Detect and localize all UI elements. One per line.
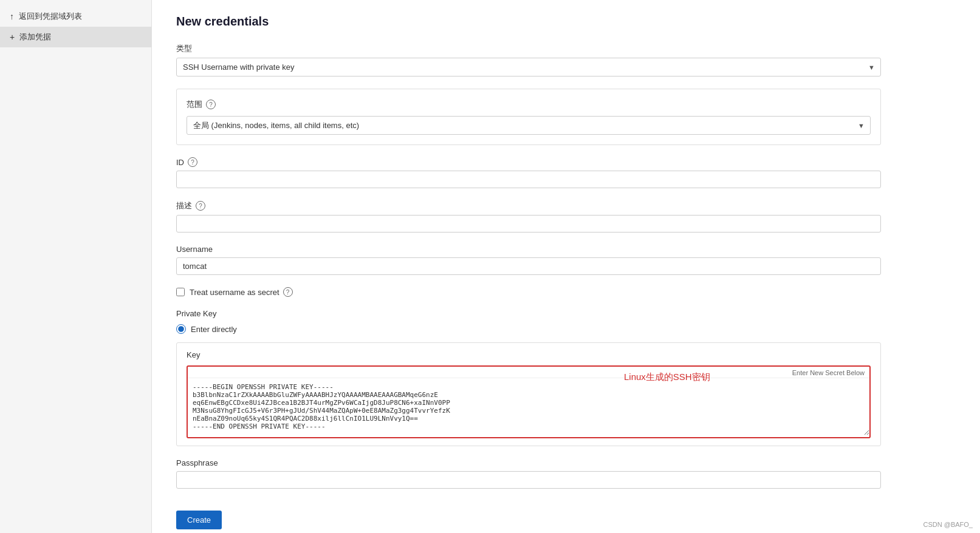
scope-select-wrapper: 全局 (Jenkins, nodes, items, all child ite…: [187, 116, 871, 135]
enter-directly-row: Enter directly: [176, 324, 881, 334]
treat-username-secret-row: Treat username as secret ?: [176, 287, 881, 297]
id-help-icon[interactable]: ?: [188, 157, 197, 167]
passphrase-input[interactable]: [176, 471, 881, 489]
enter-directly-label[interactable]: Enter directly: [191, 325, 237, 334]
key-section: Key Enter New Secret Below -----BEGIN OP…: [176, 342, 881, 446]
annotation-wrapper: Enter New Secret Below -----BEGIN OPENSS…: [187, 365, 871, 438]
treat-username-help-icon[interactable]: ?: [283, 287, 293, 297]
username-input[interactable]: [176, 257, 881, 275]
key-textarea[interactable]: -----BEGIN OPENSSH PRIVATE KEY----- b3Bl…: [188, 378, 869, 435]
type-select-wrapper: SSH Username with private key Username w…: [176, 58, 881, 76]
scope-section: 范围 ? 全局 (Jenkins, nodes, items, all chil…: [176, 89, 881, 145]
id-input[interactable]: [176, 171, 881, 188]
scope-label: 范围 ?: [187, 99, 871, 110]
type-label: 类型: [176, 43, 881, 54]
back-icon: ↑: [10, 12, 14, 21]
private-key-label: Private Key: [176, 309, 881, 318]
description-group: 描述 ?: [176, 200, 881, 233]
sidebar-add-label: 添加凭据: [19, 32, 51, 42]
page-title: New credentials: [176, 15, 956, 29]
footer: CSDN @BAFO_: [923, 521, 973, 528]
passphrase-group: Passphrase: [176, 458, 881, 489]
main-content: New credentials 类型 SSH Username with pri…: [152, 0, 980, 533]
sidebar-add-item[interactable]: + 添加凭据: [0, 27, 151, 47]
scope-help-icon[interactable]: ?: [206, 100, 216, 109]
private-key-group: Private Key Enter directly Key Enter New…: [176, 309, 881, 446]
sidebar-back-label: 返回到凭据域列表: [19, 11, 82, 22]
id-label: ID ?: [176, 157, 881, 167]
type-select[interactable]: SSH Username with private key Username w…: [176, 58, 881, 76]
sidebar: ↑ 返回到凭据域列表 + 添加凭据: [0, 0, 152, 533]
description-help-icon[interactable]: ?: [196, 201, 205, 211]
treat-username-secret-label[interactable]: Treat username as secret ?: [190, 287, 293, 297]
key-textarea-hint: Enter New Secret Below: [188, 367, 869, 378]
username-group: Username: [176, 245, 881, 275]
credentials-form: 类型 SSH Username with private key Usernam…: [176, 43, 881, 529]
passphrase-label: Passphrase: [176, 458, 881, 467]
key-section-label: Key: [187, 350, 871, 359]
scope-select[interactable]: 全局 (Jenkins, nodes, items, all child ite…: [187, 116, 871, 135]
sidebar-back-item[interactable]: ↑ 返回到凭据域列表: [0, 6, 151, 27]
treat-username-secret-checkbox[interactable]: [176, 288, 185, 296]
id-group: ID ?: [176, 157, 881, 188]
enter-directly-radio[interactable]: [176, 324, 186, 334]
type-group: 类型 SSH Username with private key Usernam…: [176, 43, 881, 76]
create-button[interactable]: Create: [176, 511, 222, 529]
footer-text: CSDN @BAFO_: [923, 521, 973, 528]
description-input[interactable]: [176, 215, 881, 233]
username-label: Username: [176, 245, 881, 254]
key-textarea-wrapper: Enter New Secret Below -----BEGIN OPENSS…: [187, 365, 871, 438]
description-label: 描述 ?: [176, 200, 881, 211]
add-icon: +: [10, 32, 15, 42]
